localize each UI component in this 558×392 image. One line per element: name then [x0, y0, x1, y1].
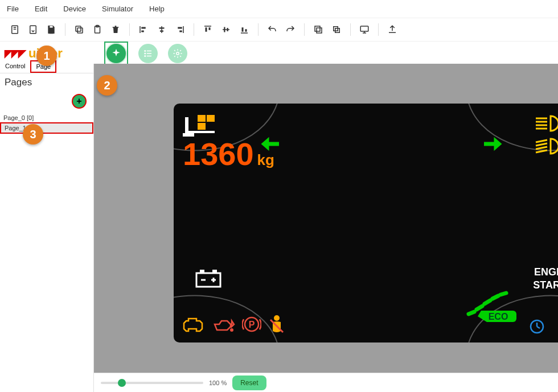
menu-edit[interactable]: Edit [35, 5, 47, 13]
mode-list-button[interactable] [138, 44, 158, 63]
callout-3: 3 [23, 124, 43, 145]
svg-rect-34 [147, 55, 151, 56]
layers-button[interactable] [329, 22, 344, 38]
svg-rect-23 [245, 29, 247, 32]
save-button[interactable] [43, 22, 59, 38]
zoom-reset-button[interactable]: Reset [232, 376, 266, 390]
svg-rect-13 [178, 27, 182, 29]
svg-rect-8 [141, 31, 144, 32]
svg-point-60 [274, 315, 280, 321]
page-list: Page_0 [0] Page_1 [1] [0, 113, 93, 134]
svg-line-66 [500, 293, 506, 295]
align-right-button[interactable] [172, 22, 188, 38]
svg-rect-18 [223, 29, 229, 30]
parking-brake-icon: P [242, 315, 261, 334]
menu-help[interactable]: Help [149, 5, 165, 13]
menu-device[interactable]: Device [63, 5, 86, 13]
svg-line-65 [493, 296, 498, 299]
svg-line-63 [477, 306, 482, 310]
svg-rect-21 [241, 32, 248, 34]
svg-line-48 [536, 143, 547, 146]
turn-right-icon [480, 132, 504, 156]
mode-design-frame [104, 42, 128, 65]
svg-line-49 [536, 147, 547, 149]
svg-rect-28 [360, 26, 368, 31]
new-file-button[interactable] [7, 22, 23, 38]
menu-simulator[interactable]: Simulator [102, 5, 133, 13]
svg-point-31 [144, 52, 146, 54]
svg-rect-53 [212, 270, 217, 273]
toolbar-separator [129, 23, 130, 36]
callout-1: 1 [36, 46, 57, 66]
weight-value: 1360 [183, 135, 254, 172]
engine-start-label: ENGIN START [533, 266, 558, 292]
duplicate-button[interactable] [310, 22, 326, 38]
pallet-icon [183, 114, 217, 138]
svg-rect-16 [206, 27, 207, 32]
zoom-slider[interactable] [101, 382, 203, 384]
add-page-button[interactable]: + [72, 94, 87, 109]
paste-button[interactable] [89, 22, 105, 38]
align-center-h-button[interactable] [154, 22, 170, 38]
svg-line-70 [537, 327, 540, 328]
seatbelt-icon [268, 314, 285, 335]
align-top-button[interactable] [200, 22, 216, 38]
page-item-1[interactable]: Page_1 [1] [0, 122, 93, 134]
mode-design-button[interactable] [106, 44, 126, 63]
svg-rect-2 [77, 28, 83, 33]
svg-point-33 [144, 55, 146, 57]
svg-point-57 [230, 328, 233, 332]
redo-button[interactable] [282, 22, 298, 38]
svg-rect-39 [198, 131, 215, 133]
copy-button[interactable] [71, 22, 87, 38]
toolbar-separator [304, 23, 305, 36]
svg-rect-41 [188, 131, 198, 133]
canvas-area[interactable]: 1360 kg [94, 64, 558, 373]
menu-bar: File Edit Device Simulator Help [0, 0, 558, 18]
svg-rect-40 [185, 117, 188, 133]
low-beam-icon [535, 137, 558, 156]
turn-left-icon [259, 132, 283, 156]
svg-rect-17 [209, 27, 211, 30]
check-engine-icon [183, 315, 206, 333]
svg-rect-12 [183, 26, 184, 33]
toolbar-separator [350, 23, 351, 36]
upload-button[interactable] [384, 22, 400, 38]
warning-icons: P [183, 314, 285, 335]
svg-rect-9 [161, 26, 162, 33]
open-file-button[interactable] [25, 22, 41, 38]
svg-line-50 [536, 150, 547, 152]
mode-settings-button[interactable] [168, 44, 187, 63]
svg-rect-24 [315, 26, 320, 31]
toolbar-separator [378, 23, 379, 36]
svg-point-29 [144, 50, 146, 52]
align-center-v-button[interactable] [218, 22, 234, 38]
high-beam-icon [535, 114, 558, 133]
preview-button[interactable] [356, 22, 372, 38]
svg-rect-7 [141, 27, 146, 29]
menu-file[interactable]: File [7, 5, 19, 13]
svg-rect-10 [159, 27, 165, 28]
clock-icon [529, 319, 545, 335]
engine-line1: ENGIN [533, 266, 558, 279]
delete-button[interactable] [108, 22, 124, 38]
svg-rect-37 [207, 115, 215, 122]
svg-rect-20 [227, 28, 228, 31]
engine-line2: START [533, 279, 558, 292]
svg-rect-32 [147, 53, 151, 54]
undo-button[interactable] [264, 22, 280, 38]
device-screen[interactable]: 1360 kg [174, 104, 558, 343]
toolbar-separator [194, 23, 194, 36]
mode-buttons [94, 42, 187, 65]
tab-control[interactable]: Control [0, 60, 30, 73]
svg-line-47 [536, 140, 547, 142]
align-left-button[interactable] [136, 22, 151, 38]
svg-rect-30 [147, 50, 151, 51]
align-bottom-button[interactable] [236, 22, 252, 38]
page-item-0[interactable]: Page_0 [0] [0, 113, 93, 122]
svg-point-35 [177, 52, 179, 55]
zoom-slider-thumb[interactable] [118, 379, 126, 387]
zoom-bar: 100 % Reset [94, 373, 558, 392]
zoom-value: 100 % [209, 379, 227, 386]
svg-text:ECO: ECO [489, 312, 508, 321]
